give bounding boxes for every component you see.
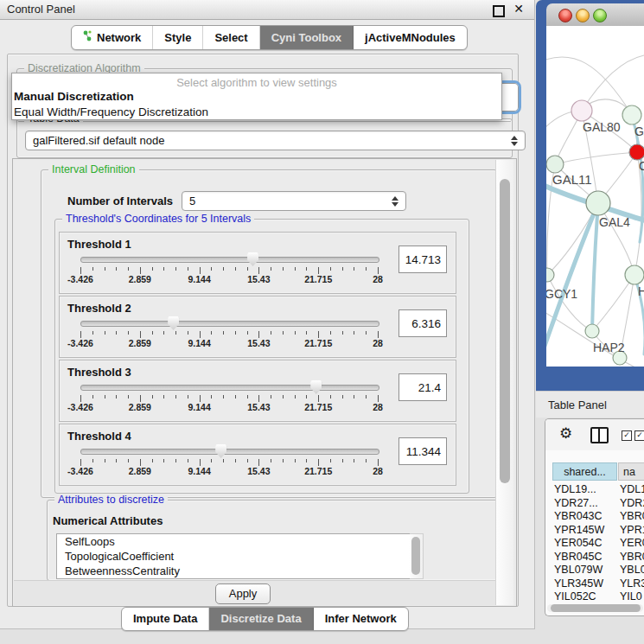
tick-label: -3.426 [67,402,93,412]
network-edge [555,152,637,164]
table-row[interactable]: YPR145WYPR1 [552,524,644,538]
close-traffic-light-icon[interactable] [558,9,572,22]
table-horizontal-scrollbar[interactable] [547,604,643,612]
cell-shared-name: YDR27... [554,497,598,509]
tab-network[interactable]: Network [72,26,153,49]
slider-thumb[interactable] [310,380,322,394]
table-row[interactable]: YBL079WYBL0 [552,564,644,577]
minimize-traffic-light-icon[interactable] [576,9,590,22]
apply-button[interactable]: Apply [215,583,271,604]
attributes-list-scrollbar[interactable] [410,533,424,579]
numerical-attributes-label: Numerical Attributes [53,514,163,527]
tab-select[interactable]: Select [203,26,259,49]
threshold-value-field[interactable]: 21.4 [399,373,447,401]
control-panel-titlebar[interactable]: Control Panel ✕ [0,0,534,20]
table-panel: ⚙ ✓ ✓ shared... na YDL19...YDL1YDR27...Y… [545,418,644,616]
tick-label: -3.426 [67,338,93,348]
tab-label: jActiveMNodules [365,31,456,44]
network-node-gal80[interactable] [571,100,592,121]
tick-label: 9.144 [188,402,210,412]
threshold-slider[interactable] [80,449,379,455]
threshold-value-field[interactable]: 11.344 [399,437,447,465]
gear-icon[interactable]: ⚙ [559,424,572,443]
interval-definition-title: Interval Definition [48,163,139,175]
network-node-node-right-mid[interactable] [625,265,644,284]
cell-name: YLR3 [620,577,644,590]
tick-label: 28 [373,274,383,284]
tab-style[interactable]: Style [153,26,203,49]
threshold-label: Threshold 2 [67,302,131,315]
scrollbar-thumb[interactable] [411,537,420,575]
network-node-red-node[interactable] [629,144,644,160]
table-panel-toolbar: ⚙ ✓ ✓ [545,419,644,450]
checkbox-checked-icon[interactable]: ✓ [622,430,632,441]
table-panel-titlebar[interactable]: Table Panel [536,391,644,418]
table-row[interactable]: YBR045CYBR0 [552,551,644,564]
network-node-gal4[interactable] [586,191,610,215]
network-node-gcy1[interactable] [546,268,554,282]
table-row[interactable]: YDR27...YDR2 [552,497,644,511]
cell-shared-name: YBR043C [554,510,603,522]
table-data-combobox[interactable]: galFiltered.sif default node [25,131,526,150]
tick-label: 2.859 [129,466,151,476]
scrollbar-thumb[interactable] [500,179,510,483]
float-window-icon[interactable] [493,5,505,17]
tab-cyni-toolbox[interactable]: Cyni Toolbox [260,26,354,49]
zoom-traffic-light-icon[interactable] [593,9,607,22]
close-icon[interactable]: ✕ [513,2,524,16]
cell-name: YBR0 [620,551,644,563]
column-header-name[interactable]: na [618,462,644,481]
numerical-attributes-list[interactable]: SelfLoopsTopologicalCoefficientBetweenne… [56,533,411,579]
columns-icon[interactable] [590,427,609,443]
threshold-value-field[interactable]: 6.316 [399,309,447,337]
control-panel-window: Control Panel ✕ NetworkStyleSelectCyni T… [0,0,535,629]
algorithm-placeholder-item[interactable]: Select algorithm to view settings [12,73,501,89]
network-canvas[interactable]: GAL80GACGAL11GAL4GCY1HHAP2 [546,26,644,367]
bottom-tab-infer-network[interactable]: Infer Network [314,608,408,630]
cell-shared-name: YBL079W [554,564,603,576]
slider-tick-labels: -3.4262.8599.14415.4321.71528 [80,466,378,476]
tick-label: 15.43 [247,274,270,284]
table-row[interactable]: YDL19...YDL1 [552,483,644,497]
table-row[interactable]: YIL052CYIL0 [552,590,644,603]
thresholds-group: Threshold's Coordinates for 5 Intervals … [54,219,469,494]
attribute-item-topologicalcoefficient[interactable]: TopologicalCoefficient [57,549,410,564]
network-node-hap2[interactable] [585,324,599,338]
threshold-slider[interactable] [80,385,379,391]
checkbox-checked-icon[interactable]: ✓ [634,430,644,441]
thresholds-group-title: Threshold's Coordinates for 5 Intervals [62,213,254,225]
table-row[interactable]: YER054CYER0 [552,537,644,551]
network-node-node-top-right[interactable] [622,105,641,124]
tick-label: 28 [373,338,383,348]
settings-vertical-scrollbar[interactable] [495,160,513,605]
threshold-value-field[interactable]: 14.713 [399,245,447,273]
tick-label: 15.43 [247,338,270,348]
tab-jactivemnodules[interactable]: jActiveMNodules [354,26,467,49]
number-of-intervals-combobox[interactable]: 5 [182,191,406,211]
table-panel-title: Table Panel [548,399,607,411]
algorithm-option-equal-width-frequency-discretization[interactable]: Equal Width/Frequency Discretization [12,105,501,120]
network-node-gal11[interactable] [546,156,564,173]
table-row[interactable]: YBR043CYBR0 [552,510,644,524]
slider-thumb[interactable] [168,316,179,330]
threshold-slider[interactable] [80,321,379,327]
slider-thumb[interactable] [215,444,226,458]
scrollbar-thumb[interactable] [551,604,641,612]
slider-tick-labels: -3.4262.8599.14415.4321.71528 [80,274,378,284]
column-header-shared-name[interactable]: shared... [552,462,617,481]
network-window-titlebar[interactable] [546,3,644,27]
threshold-label: Threshold 1 [67,238,131,251]
bottom-tab-discretize-data[interactable]: Discretize Data [209,608,313,630]
slider-ticks [80,331,378,338]
table-row[interactable]: YLR345WYLR3 [552,577,644,591]
tab-label: Network [97,31,141,44]
threshold-slider[interactable] [80,257,379,263]
attribute-item-betweennesscentrality[interactable]: BetweennessCentrality [57,564,410,578]
tick-label: -3.426 [67,466,93,476]
algorithm-option-manual-discretization[interactable]: Manual Discretization [12,89,501,105]
network-graph: GAL80GACGAL11GAL4GCY1HHAP2 [546,26,644,367]
slider-thumb[interactable] [247,252,258,266]
control-panel-title: Control Panel [7,3,75,16]
attribute-item-selfloops[interactable]: SelfLoops [57,534,410,549]
bottom-tab-impute-data[interactable]: Impute Data [122,608,209,630]
